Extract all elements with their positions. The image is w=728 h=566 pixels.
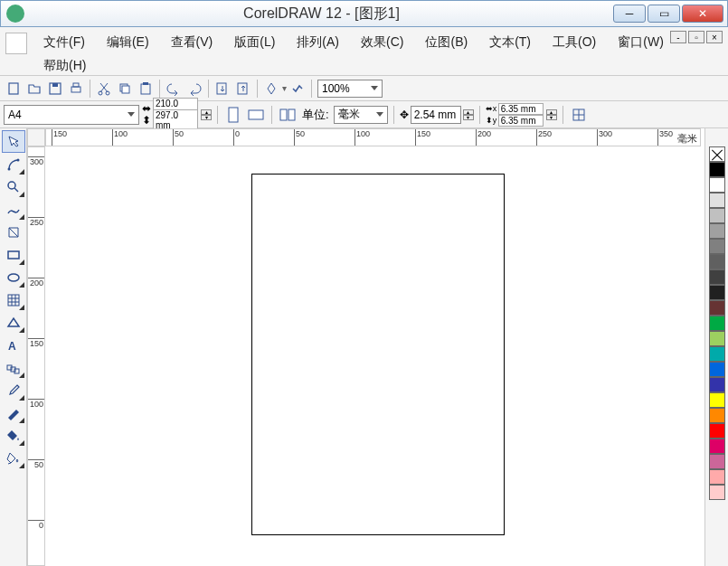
color-swatch[interactable] — [709, 423, 725, 439]
ruler-vertical[interactable]: 300250200150100500 — [27, 146, 45, 566]
page[interactable] — [251, 174, 505, 535]
menu-window[interactable]: 窗口(W) — [607, 31, 675, 54]
interactive-fill-tool[interactable] — [2, 447, 25, 469]
paste-icon[interactable] — [136, 79, 156, 99]
new-icon[interactable] — [4, 79, 24, 99]
color-swatch[interactable] — [709, 362, 725, 377]
zoom-tool[interactable] — [2, 175, 25, 198]
svg-rect-2 — [52, 83, 58, 87]
basic-shapes-tool[interactable] — [2, 311, 25, 334]
redo-icon[interactable] — [184, 79, 204, 99]
outline-tool[interactable] — [2, 401, 25, 424]
shape-tool[interactable] — [2, 153, 25, 175]
mdi-max[interactable]: ▫ — [688, 31, 704, 43]
menu-layout[interactable]: 版面(L) — [223, 31, 286, 54]
color-swatch[interactable] — [709, 469, 725, 485]
freehand-tool[interactable] — [2, 198, 25, 221]
ruler-horizontal[interactable]: 15010050050100150200250300350 — [45, 128, 701, 146]
color-swatch[interactable] — [709, 485, 725, 500]
eyedropper-tool[interactable] — [2, 379, 25, 401]
unit-select[interactable]: 毫米 — [334, 106, 388, 124]
color-swatch[interactable] — [709, 239, 725, 254]
paper-size-select[interactable]: A4 — [4, 105, 139, 125]
minimize-button[interactable]: ─ — [613, 5, 646, 23]
color-swatch[interactable] — [709, 269, 725, 285]
color-swatch[interactable] — [709, 193, 725, 208]
menu-bar: 文件(F) 编辑(E) 查看(V) 版面(L) 排列(A) 效果(C) 位图(B… — [0, 27, 728, 76]
drawing-canvas[interactable] — [45, 146, 701, 566]
snap-button[interactable] — [569, 105, 589, 125]
color-swatch[interactable] — [709, 377, 725, 392]
ruler-h-tick: 50 — [294, 129, 305, 146]
dup-y[interactable]: 6.35 mm — [498, 115, 544, 127]
mdi-close[interactable]: × — [706, 31, 723, 43]
color-swatch[interactable] — [709, 300, 725, 316]
corel-online-icon[interactable] — [288, 79, 307, 99]
landscape-button[interactable] — [246, 105, 266, 125]
color-swatch[interactable] — [709, 392, 725, 408]
export-icon[interactable] — [233, 79, 253, 99]
svg-rect-10 — [143, 82, 148, 85]
ellipse-tool[interactable] — [2, 266, 25, 288]
svg-rect-9 — [141, 84, 150, 94]
color-swatch[interactable] — [709, 316, 725, 331]
menu-edit[interactable]: 编辑(E) — [96, 31, 160, 54]
import-icon[interactable] — [213, 79, 232, 99]
fill-tool[interactable] — [2, 424, 25, 447]
color-swatch[interactable] — [709, 331, 725, 346]
menu-help[interactable]: 帮助(H) — [33, 54, 97, 78]
blend-tool[interactable] — [2, 356, 25, 379]
duplicate-offset: ⬌x6.35 mm ⬍y6.35 mm — [486, 103, 544, 127]
nudge-value[interactable]: 2.54 mm — [411, 106, 461, 124]
menu-effects[interactable]: 效果(C) — [350, 31, 414, 54]
open-icon[interactable] — [24, 79, 44, 99]
portrait-button[interactable] — [223, 105, 243, 125]
mdi-min[interactable]: - — [670, 31, 686, 43]
graph-paper-tool[interactable] — [2, 288, 25, 311]
copy-icon[interactable] — [115, 79, 135, 99]
menu-text[interactable]: 文本(T) — [478, 31, 542, 54]
pages-button[interactable] — [278, 105, 298, 125]
color-swatch[interactable] — [709, 162, 725, 177]
dim-spinner[interactable]: ▴▾ — [201, 109, 212, 120]
ruler-v-tick: 50 — [28, 459, 44, 469]
menu-arrange[interactable]: 排列(A) — [286, 31, 350, 54]
smart-draw-tool[interactable] — [2, 221, 25, 243]
ruler-h-tick: 0 — [233, 129, 240, 146]
color-swatch[interactable] — [709, 439, 725, 454]
pick-tool[interactable] — [2, 130, 25, 153]
app-launcher-icon[interactable] — [261, 79, 281, 99]
dup-spinner[interactable]: ▴▾ — [546, 109, 557, 120]
nudge-spinner[interactable]: ▴▾ — [463, 109, 474, 120]
print-icon[interactable] — [66, 79, 86, 99]
ruler-unit-label: 毫米 — [677, 132, 697, 146]
color-swatch[interactable] — [709, 408, 725, 423]
color-swatch[interactable] — [709, 454, 725, 469]
menu-bitmap[interactable]: 位图(B) — [414, 31, 478, 54]
color-swatch[interactable] — [709, 254, 725, 269]
menu-view[interactable]: 查看(V) — [160, 31, 224, 54]
ruler-h-tick: 250 — [536, 129, 552, 146]
zoom-level[interactable]: 100% — [317, 80, 383, 98]
color-swatch[interactable] — [709, 208, 725, 223]
text-tool[interactable]: A — [2, 334, 25, 356]
color-swatch[interactable] — [709, 285, 725, 300]
close-button[interactable]: ✕ — [682, 5, 723, 23]
cut-icon[interactable] — [94, 79, 114, 99]
ruler-h-tick: 300 — [597, 129, 612, 146]
save-icon[interactable] — [45, 79, 65, 99]
window-title: CorelDRAW 12 - [图形1] — [30, 5, 613, 24]
menu-file[interactable]: 文件(F) — [33, 31, 96, 54]
doc-icon[interactable] — [5, 33, 27, 54]
rectangle-tool[interactable] — [2, 243, 25, 266]
undo-icon[interactable] — [164, 79, 184, 99]
menu-tools[interactable]: 工具(O) — [542, 31, 607, 54]
ruler-corner[interactable] — [27, 128, 45, 146]
color-swatch[interactable] — [709, 223, 725, 239]
maximize-button[interactable]: ▭ — [648, 5, 680, 23]
dup-x[interactable]: 6.35 mm — [498, 103, 544, 115]
color-swatch[interactable] — [709, 177, 725, 193]
color-swatch[interactable] — [709, 346, 725, 362]
no-color-swatch[interactable] — [709, 146, 725, 162]
ruler-v-tick: 250 — [28, 217, 44, 227]
